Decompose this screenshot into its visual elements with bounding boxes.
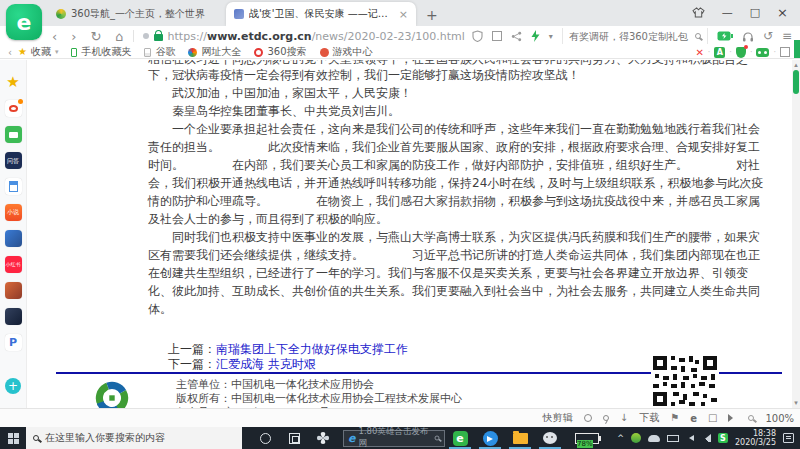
footer-supervisor: 主管单位：中国机电一体化技术应用协会 — [176, 378, 462, 392]
main-menu-icon[interactable]: ≡ — [782, 29, 792, 43]
bookmark-360-search[interactable]: 360搜索 — [254, 45, 306, 59]
notification-center-icon[interactable] — [783, 433, 794, 443]
zoom-level[interactable]: 100% — [765, 413, 794, 424]
translate-collect-icon[interactable]: A — [714, 47, 725, 58]
home-button[interactable]: ⌂ — [115, 30, 123, 43]
page-scrollbar[interactable]: ▴ ▾ — [792, 60, 800, 408]
quick-clip-button[interactable]: 快剪辑 — [543, 411, 573, 425]
battery-widget[interactable]: 78% — [575, 433, 601, 444]
collapse-sidebar-icon[interactable]: ‹ — [8, 47, 12, 58]
novel-app-icon[interactable]: 小说 — [5, 204, 22, 221]
taskbar-edge-search-box[interactable]: e 1.80英雄合击发布网 — [343, 430, 445, 447]
taskbar-app-360browser[interactable]: e — [445, 427, 475, 449]
task-view-icon[interactable] — [289, 433, 300, 444]
site-info-dot-icon[interactable] — [143, 33, 149, 39]
zoom-magnifier-icon[interactable] — [748, 415, 754, 421]
xiaohongshu-icon[interactable]: 小红书 — [5, 256, 22, 273]
tray-network-icon[interactable] — [701, 434, 711, 442]
taskbar-search-box[interactable]: 在这里输入你要搜索的内容 — [26, 427, 242, 449]
tray-speaker-icon[interactable] — [686, 435, 694, 441]
restore-session-icon[interactable]: ↺ — [763, 29, 773, 43]
tab-close-icon[interactable]: × — [399, 8, 408, 21]
scroll-up-arrow[interactable]: ▴ — [792, 60, 800, 70]
p-app-icon[interactable]: P — [5, 334, 22, 351]
cortana-icon[interactable] — [260, 433, 271, 444]
download-button[interactable]: 下载 — [639, 411, 659, 425]
reading-grid-icon[interactable] — [492, 31, 502, 41]
bookmark-game-center[interactable]: 游戏中心 — [320, 45, 373, 59]
scroll-down-arrow[interactable]: ▾ — [792, 398, 800, 408]
taskbar-clock[interactable]: 18:38 2020/3/25 — [735, 429, 776, 448]
windows-taskbar: 在这里输入你要搜索的内容 e 1.80英雄合击发布网 e 78% ^ S 18:… — [0, 427, 800, 449]
news-app-icon[interactable]: 问答 — [5, 152, 22, 169]
prev-article-link[interactable]: 南瑞集团上下全力做好保电支撑工作 — [216, 342, 408, 356]
audio-headphones-icon[interactable] — [742, 31, 754, 42]
dropdown-dot[interactable]: · — [729, 48, 732, 57]
tab-article-active[interactable]: 战'疫'卫国、保民安康 ——记华... × — [226, 2, 416, 26]
dropdown-dot[interactable]: · — [773, 48, 776, 57]
toolbar-search-input[interactable] — [569, 31, 695, 42]
pinwheel-app-icon[interactable] — [316, 431, 330, 445]
document-app-icon[interactable] — [5, 178, 22, 195]
refresh-button[interactable]: ↻ — [90, 30, 101, 43]
game-app-orange-icon[interactable] — [5, 282, 22, 299]
new-tab-button[interactable]: + — [416, 7, 448, 26]
window-mode-icon[interactable]: □ — [708, 413, 717, 423]
scrollbar-thumb[interactable] — [793, 70, 799, 94]
ie-compat-icon[interactable]: e — [690, 413, 697, 424]
theme-skin-icon[interactable] — [692, 7, 705, 18]
dropdown-dot[interactable]: · — [750, 48, 753, 57]
bookmark-google[interactable]: 谷歌 — [144, 45, 175, 59]
taskbar-app-explorer[interactable] — [505, 427, 535, 449]
browser-logo-letter: e — [17, 10, 32, 35]
tray-battery-icon[interactable] — [667, 435, 679, 442]
pin-icon[interactable] — [603, 415, 609, 421]
tray-s-app-icon[interactable]: S — [718, 433, 728, 443]
browser-360-logo[interactable]: e — [6, 4, 42, 40]
favorites-star-icon[interactable]: ★ — [5, 74, 22, 91]
report-flag-icon[interactable]: ⚑ — [670, 413, 679, 423]
add-sidebar-app-icon[interactable]: + — [5, 378, 21, 394]
chevron-down-icon[interactable]: ▾ — [549, 32, 553, 41]
wechat-icon — [543, 432, 557, 444]
back-button[interactable]: ‹ — [52, 30, 57, 43]
speed-lightning-icon[interactable] — [531, 30, 540, 42]
minimize-button[interactable]: — — [722, 6, 733, 19]
live-screenshot-icon[interactable] — [5, 126, 22, 143]
extensions-grid-icon[interactable] — [780, 47, 790, 57]
tray-cloud-icon[interactable] — [648, 435, 660, 442]
address-bar[interactable]: https://www.etdc.org.cn/news/2020-02-23/… — [168, 30, 465, 43]
bookmark-site-directory[interactable]: 网址大全 — [188, 45, 241, 59]
safety-shield-icon[interactable] — [736, 47, 746, 58]
bookmark-mobile-favorites[interactable]: 手机收藏夹 — [71, 45, 131, 59]
tray-chevron-icon[interactable]: ^ — [617, 434, 624, 443]
close-window-button[interactable]: × — [777, 5, 788, 20]
site-safety-shield-icon[interactable] — [472, 30, 483, 42]
battery-saver-icon[interactable] — [717, 31, 733, 41]
download-arrow-icon[interactable]: ↓ — [620, 413, 628, 423]
game-app-blue-icon[interactable] — [5, 230, 22, 247]
taskbar-app-wechat[interactable] — [535, 427, 565, 449]
chevron-down-icon[interactable]: ▾ — [55, 48, 59, 56]
weibo-icon[interactable] — [5, 100, 22, 117]
next-article-link[interactable]: 汇爱成海 共克时艰 — [216, 357, 316, 371]
start-button[interactable] — [0, 427, 26, 449]
game-app-dark-icon[interactable] — [5, 308, 22, 325]
proxy-circle-icon[interactable] — [584, 414, 592, 422]
bookmark-favorites[interactable]: ★ 收藏 ▾ — [18, 45, 58, 59]
share-icon[interactable] — [511, 31, 522, 42]
tab-title: 战'疫'卫国、保民安康 ——记华... — [249, 7, 394, 21]
gamepad-icon[interactable] — [756, 48, 769, 57]
tray-updater-icon[interactable] — [631, 433, 641, 443]
search-icon[interactable] — [695, 33, 701, 39]
maximize-button[interactable]: □ — [750, 6, 760, 19]
mute-speaker-icon[interactable] — [728, 414, 737, 422]
forward-button[interactable]: › — [71, 30, 76, 43]
tab-360-nav[interactable]: 360导航_一个主页，整个世界 — [48, 2, 226, 26]
toolbar-search-box[interactable] — [562, 28, 708, 44]
sidebar-pull-handle[interactable] — [794, 40, 800, 58]
ssl-lock-icon[interactable] — [154, 34, 163, 41]
quick-clip-icon[interactable]: ✕ — [695, 47, 703, 58]
taskbar-app-blue[interactable] — [475, 427, 505, 449]
dropdown-dot[interactable]: · — [708, 48, 711, 57]
